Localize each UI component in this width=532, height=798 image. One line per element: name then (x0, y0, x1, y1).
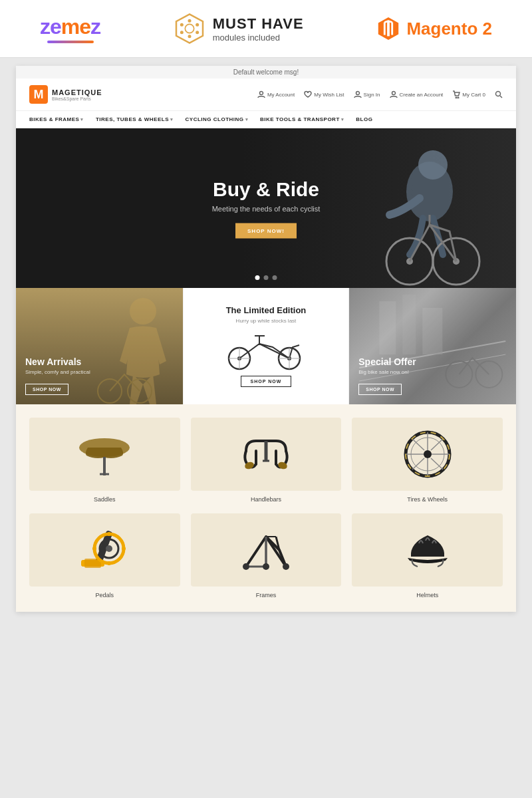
category-handlebars-label: Handlebars (251, 496, 281, 503)
svg-point-17 (418, 150, 448, 180)
logo-letter: M (29, 85, 48, 104)
magento-badge: Magento 2 (376, 16, 492, 41)
svg-point-7 (196, 31, 199, 34)
magento-icon (376, 16, 401, 41)
category-helmets-label: Helmets (416, 592, 438, 598)
hero-dot-1[interactable] (255, 275, 260, 280)
special-offer-shop-button[interactable]: SHOP NOW (358, 384, 402, 395)
handlebar-image (236, 428, 296, 481)
new-arrivals-shop-button[interactable]: SHOP NOW (25, 384, 68, 395)
search-link[interactable] (495, 90, 503, 98)
svg-point-13 (458, 97, 460, 98)
nav-bike-tools[interactable]: BIKE TOOLS & TRANSPORT ▾ (260, 116, 344, 122)
must-have-subtitle: modules included (213, 33, 304, 43)
must-have-badge: MUST HAVE modules included (173, 12, 304, 45)
category-pedals-label: Pedals (96, 592, 114, 598)
helmet-image (398, 523, 458, 577)
promo-row: New Arrivals Simple, comfy and practical… (16, 288, 516, 404)
svg-point-5 (196, 23, 199, 27)
svg-point-68 (107, 532, 111, 536)
hero-subtitle: Meeting the needs of each cyclist (16, 205, 516, 213)
signin-icon (354, 90, 362, 98)
badge-area: zemez MUST HAVE modules included (0, 0, 532, 58)
category-frames[interactable]: Frames (191, 513, 342, 598)
svg-rect-40 (423, 308, 443, 354)
dropdown-arrow: ▾ (245, 117, 249, 122)
svg-point-71 (122, 547, 126, 551)
hero-title: Buy & Ride (16, 178, 516, 201)
nav-blog[interactable]: BLOG (356, 116, 372, 122)
categories-row-1: Saddles (29, 418, 503, 503)
create-account-icon (390, 90, 398, 98)
nav-cycling-clothing[interactable]: CYCLING CLOTHING ▾ (186, 116, 249, 122)
user-icon (257, 90, 265, 98)
svg-point-4 (180, 23, 184, 27)
zemes-logo: zemez (40, 15, 100, 43)
categories-row-2: Pedals (29, 513, 503, 598)
svg-point-10 (356, 92, 359, 95)
svg-line-15 (500, 96, 502, 98)
wheel-image (398, 428, 458, 481)
hero-dot-2[interactable] (264, 275, 269, 280)
must-have-text: MUST HAVE modules included (213, 15, 304, 43)
svg-point-52 (424, 450, 432, 458)
cart-link[interactable]: My Cart 0 (452, 90, 485, 98)
must-have-title: MUST HAVE (213, 15, 304, 33)
hexagon-icon (173, 12, 206, 45)
categories-grid: Saddles (16, 404, 516, 612)
svg-point-23 (130, 298, 156, 325)
category-handlebars[interactable]: Handlebars (191, 418, 342, 503)
logo-tagline: Bikes&Spare Parts (52, 96, 102, 101)
category-helmets[interactable]: Helmets (352, 513, 503, 598)
svg-point-67 (106, 545, 112, 552)
svg-point-9 (259, 92, 263, 95)
special-offer-subtitle: Big bike sale now on! (358, 369, 507, 375)
svg-point-3 (188, 35, 191, 38)
search-icon (495, 90, 503, 98)
svg-point-6 (180, 31, 184, 34)
limited-edition-title: The Limited Edition (226, 305, 307, 315)
my-account-link[interactable]: My Account (257, 90, 295, 98)
svg-point-70 (92, 547, 96, 551)
category-saddles[interactable]: Saddles (29, 418, 180, 503)
svg-point-76 (243, 563, 249, 570)
new-arrivals-subtitle: Simple, comfy and practical (25, 369, 174, 375)
sign-in-link[interactable]: Sign In (354, 90, 380, 98)
site-header: M MAGETIQUE Bikes&Spare Parts My Account… (16, 78, 516, 111)
dropdown-arrow: ▾ (80, 117, 84, 122)
dropdown-arrow: ▾ (170, 117, 174, 122)
wish-list-link[interactable]: My Wish List (304, 90, 344, 98)
create-account-link[interactable]: Create an Account (390, 90, 444, 98)
category-pedals[interactable]: Pedals (29, 513, 180, 598)
hero-content: Buy & Ride Meeting the needs of each cyc… (16, 178, 516, 239)
svg-point-12 (456, 97, 458, 98)
nav-tires[interactable]: TIRES, TUBES & WHEELS ▾ (96, 116, 174, 122)
promo-limited-edition: The Limited Edition Hurry up while stock… (183, 288, 350, 404)
logo-name: MAGETIQUE (52, 88, 102, 96)
svg-rect-39 (403, 295, 416, 354)
promo-new-arrivals: New Arrivals Simple, comfy and practical… (16, 288, 183, 404)
svg-point-69 (107, 561, 111, 565)
svg-point-14 (496, 92, 501, 96)
limited-edition-shop-button[interactable]: SHOP NOW (241, 376, 292, 387)
hero-dot-3[interactable] (273, 275, 277, 280)
hero-section: Buy & Ride Meeting the needs of each cyc… (16, 128, 516, 288)
hero-shop-now-button[interactable]: SHOP NOW! (235, 223, 297, 239)
category-saddles-label: Saddles (94, 496, 116, 503)
svg-rect-38 (380, 301, 396, 354)
svg-point-77 (283, 563, 289, 570)
promo-new-arrivals-content: New Arrivals Simple, comfy and practical… (25, 356, 174, 395)
promo-special-offer-content: Special Offer Big bike sale now on! SHOP… (358, 356, 507, 395)
limited-edition-subtitle: Hurry up while stocks last (236, 318, 297, 324)
promo-special-offer: Special Offer Big bike sale now on! SHOP… (349, 288, 516, 404)
nav-bikes-frames[interactable]: BIKES & FRAMES ▾ (29, 116, 84, 122)
category-tires-wheels[interactable]: Tires & Wheels (352, 418, 503, 503)
svg-point-75 (263, 563, 269, 570)
heart-icon (304, 90, 312, 98)
header-icons: My Account My Wish List Sign In Create a… (257, 90, 503, 98)
category-tires-wheels-label: Tires & Wheels (407, 496, 448, 503)
new-arrivals-title: New Arrivals (25, 356, 174, 367)
hero-dots (255, 275, 277, 280)
svg-point-1 (185, 24, 194, 33)
svg-point-11 (392, 92, 395, 95)
